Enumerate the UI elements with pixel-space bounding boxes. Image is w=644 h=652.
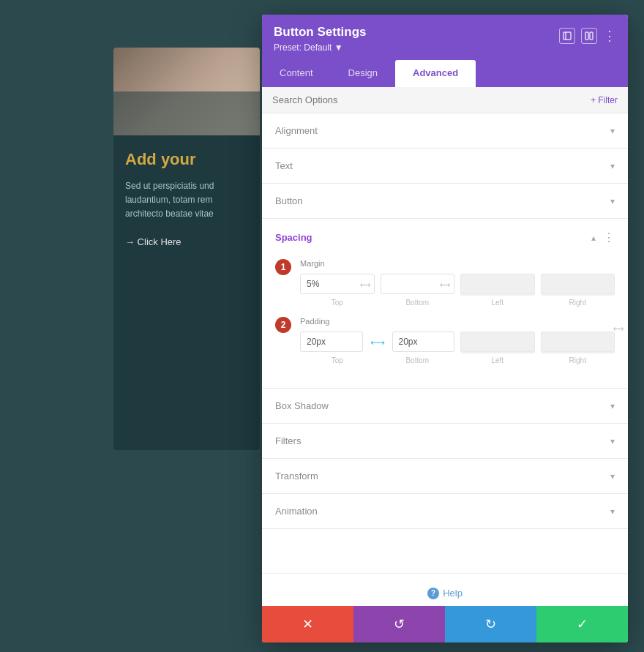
padding-top-bottom-group: ⟷ (300, 331, 454, 353)
alignment-section: Alignment ▾ (262, 113, 628, 149)
text-section: Text ▾ (262, 149, 628, 184)
padding-right-label: Right (541, 356, 615, 364)
margin-row: 1 Margin ⟷ (275, 259, 615, 317)
margin-labels-row: Top Bottom Left Right (300, 299, 615, 307)
content-text: Add your Sed ut perspiciatis und laudant… (113, 135, 260, 262)
animation-section: Animation ▾ (262, 494, 628, 529)
help-icon: ? (427, 588, 439, 599)
filters-section: Filters ▾ (262, 424, 628, 459)
more-options-icon[interactable]: ⋮ (603, 29, 616, 42)
transform-label: Transform (275, 471, 318, 481)
margin-left-placeholder (460, 274, 535, 296)
margin-top-bottom-group: ⟷ ⟷ (300, 274, 454, 296)
spacing-section: Spacing ▴ ⋮ 1 Margin (262, 219, 628, 389)
spacing-label: Spacing (275, 232, 312, 243)
tab-design[interactable]: Design (331, 60, 395, 87)
animation-header[interactable]: Animation ▾ (262, 494, 628, 528)
text-label: Text (275, 160, 293, 171)
button-label: Button (275, 195, 303, 206)
panel-title: Button Settings (274, 25, 367, 40)
panel-header: Button Settings Preset: Default ▼ (262, 15, 628, 60)
page-content-area: Add your Sed ut perspiciatis und laudant… (113, 48, 260, 450)
margin-lr-group: ⟷ (460, 274, 615, 296)
padding-top-input[interactable] (300, 331, 363, 352)
filters-header[interactable]: Filters ▾ (262, 424, 628, 458)
padding-top-wrap (300, 331, 363, 353)
padding-row: 2 Padding ⟷ (275, 317, 615, 375)
padding-right-input[interactable] (541, 331, 615, 352)
svg-rect-3 (590, 32, 593, 40)
search-input[interactable] (272, 94, 419, 105)
tab-content[interactable]: Content (262, 60, 331, 87)
margin-label: Margin (300, 259, 615, 268)
margin-bottom-label: Bottom (381, 299, 455, 307)
action-bar: ✕ ↺ ↻ ✓ (262, 606, 628, 642)
padding-input-row: ⟷ ⟷ (300, 331, 615, 353)
spacing-collapse-icon[interactable]: ▴ (591, 233, 596, 243)
padding-top-label: Top (300, 356, 375, 364)
filters-label: Filters (275, 435, 301, 446)
margin-top-label: Top (300, 299, 375, 307)
svg-rect-2 (585, 32, 588, 40)
text-arrow-icon: ▾ (610, 161, 615, 171)
panel-body: Alignment ▾ Text ▾ Button ▾ Spacing ▴ (262, 113, 628, 606)
columns-icon[interactable] (581, 28, 597, 44)
step-badge-1: 1 (275, 259, 291, 275)
padding-bottom-label: Bottom (381, 356, 455, 364)
padding-right-placeholder (541, 331, 615, 353)
undo-button[interactable]: ↺ (353, 606, 445, 642)
margin-right-placeholder: ⟷ (541, 274, 615, 296)
redo-button[interactable]: ↻ (445, 606, 536, 642)
margin-right-label: Right (541, 299, 615, 307)
transform-arrow-icon: ▾ (610, 471, 615, 481)
padding-link-icon: ⟷ (369, 331, 386, 353)
alignment-header[interactable]: Alignment ▾ (262, 113, 628, 148)
transform-section: Transform ▾ (262, 459, 628, 494)
spacing-header-controls: ▴ ⋮ (591, 231, 615, 244)
button-header[interactable]: Button ▾ (262, 184, 628, 218)
filter-button[interactable]: + Filter (591, 95, 618, 105)
margin-fields: Margin ⟷ ⟷ (300, 259, 615, 317)
help-link[interactable]: ? Help (427, 588, 463, 599)
help-footer: ? Help (262, 573, 628, 606)
text-header[interactable]: Text ▾ (262, 149, 628, 183)
content-heading: Add your (125, 150, 248, 169)
margin-right-input[interactable] (541, 274, 615, 294)
margin-tb-labels: Top Bottom (300, 299, 454, 307)
padding-left-label: Left (460, 356, 535, 364)
transform-header[interactable]: Transform ▾ (262, 459, 628, 493)
spacing-more-icon[interactable]: ⋮ (603, 231, 615, 244)
filters-arrow-icon: ▾ (610, 436, 615, 446)
padding-left-input[interactable] (460, 331, 535, 352)
margin-left-label: Left (460, 299, 535, 307)
search-bar: + Filter (262, 87, 628, 113)
padding-lr-link-icon: ⟷ (613, 325, 624, 333)
content-cta: → Click Here (125, 236, 248, 247)
tab-advanced[interactable]: Advanced (395, 60, 476, 87)
margin-input-row: ⟷ ⟷ (300, 274, 615, 296)
content-body: Sed ut perspiciatis und laudantium, tota… (125, 179, 248, 222)
spacing-header[interactable]: Spacing ▴ ⋮ (262, 219, 628, 256)
margin-top-wrap: ⟷ (300, 274, 375, 296)
preset-label[interactable]: Preset: Default ▼ (274, 42, 343, 53)
spacing-content: 1 Margin ⟷ (262, 256, 628, 388)
box-shadow-label: Box Shadow (275, 400, 329, 411)
alignment-label: Alignment (275, 125, 318, 136)
padding-left-placeholder: ⟷ (460, 331, 535, 353)
padding-label: Padding (300, 317, 615, 326)
padding-lr-labels: Left Right (460, 356, 615, 364)
save-button[interactable]: ✓ (536, 606, 628, 642)
padding-tb-labels: Top Bottom (300, 356, 454, 364)
cancel-button[interactable]: ✕ (262, 606, 353, 642)
margin-lr-labels: Left Right (460, 299, 615, 307)
box-shadow-header[interactable]: Box Shadow ▾ (262, 389, 628, 423)
margin-bottom-link-icon: ⟷ (440, 281, 450, 289)
button-arrow-icon: ▾ (610, 196, 615, 206)
button-section: Button ▾ (262, 184, 628, 219)
fullscreen-icon[interactable] (559, 28, 575, 44)
step-badge-2: 2 (275, 317, 291, 333)
padding-bottom-input[interactable] (392, 331, 455, 352)
padding-lr-group: ⟷ (460, 331, 615, 353)
margin-left-input[interactable] (460, 274, 535, 294)
content-image (113, 48, 260, 135)
